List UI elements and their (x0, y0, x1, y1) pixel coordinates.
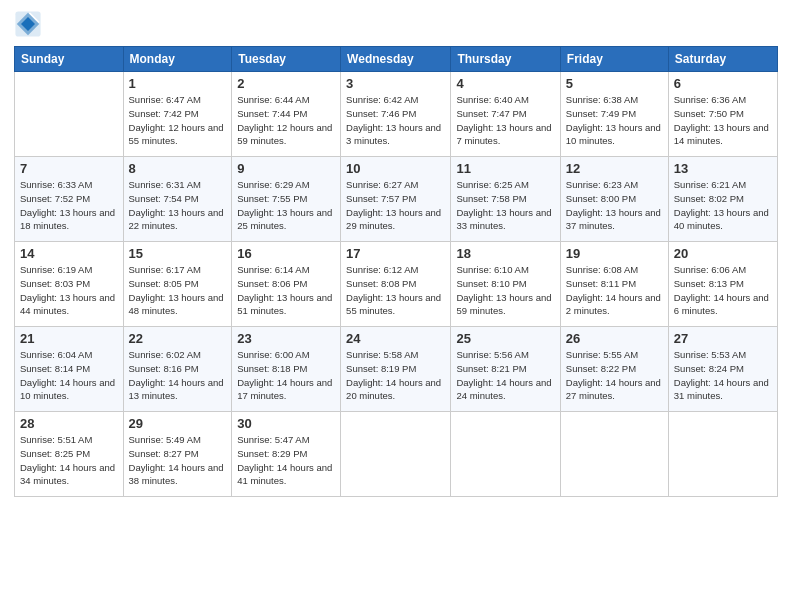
calendar-cell: 25Sunrise: 5:56 AMSunset: 8:21 PMDayligh… (451, 327, 560, 412)
day-number: 24 (346, 331, 445, 346)
day-number: 2 (237, 76, 335, 91)
day-number: 23 (237, 331, 335, 346)
day-info: Sunrise: 6:12 AMSunset: 8:08 PMDaylight:… (346, 263, 445, 318)
day-number: 25 (456, 331, 554, 346)
calendar-cell: 10Sunrise: 6:27 AMSunset: 7:57 PMDayligh… (341, 157, 451, 242)
day-info: Sunrise: 5:49 AMSunset: 8:27 PMDaylight:… (129, 433, 227, 488)
calendar-cell (668, 412, 777, 497)
calendar-cell: 4Sunrise: 6:40 AMSunset: 7:47 PMDaylight… (451, 72, 560, 157)
day-number: 22 (129, 331, 227, 346)
day-info: Sunrise: 6:21 AMSunset: 8:02 PMDaylight:… (674, 178, 772, 233)
calendar-cell: 5Sunrise: 6:38 AMSunset: 7:49 PMDaylight… (560, 72, 668, 157)
weekday-header-thursday: Thursday (451, 47, 560, 72)
day-info: Sunrise: 6:33 AMSunset: 7:52 PMDaylight:… (20, 178, 118, 233)
calendar-cell: 21Sunrise: 6:04 AMSunset: 8:14 PMDayligh… (15, 327, 124, 412)
calendar-cell: 8Sunrise: 6:31 AMSunset: 7:54 PMDaylight… (123, 157, 232, 242)
calendar-cell: 19Sunrise: 6:08 AMSunset: 8:11 PMDayligh… (560, 242, 668, 327)
day-number: 9 (237, 161, 335, 176)
day-info: Sunrise: 5:56 AMSunset: 8:21 PMDaylight:… (456, 348, 554, 403)
day-info: Sunrise: 5:53 AMSunset: 8:24 PMDaylight:… (674, 348, 772, 403)
day-number: 21 (20, 331, 118, 346)
calendar-cell: 22Sunrise: 6:02 AMSunset: 8:16 PMDayligh… (123, 327, 232, 412)
day-number: 5 (566, 76, 663, 91)
calendar-cell: 28Sunrise: 5:51 AMSunset: 8:25 PMDayligh… (15, 412, 124, 497)
day-info: Sunrise: 6:02 AMSunset: 8:16 PMDaylight:… (129, 348, 227, 403)
day-info: Sunrise: 5:47 AMSunset: 8:29 PMDaylight:… (237, 433, 335, 488)
day-info: Sunrise: 6:00 AMSunset: 8:18 PMDaylight:… (237, 348, 335, 403)
calendar-cell: 16Sunrise: 6:14 AMSunset: 8:06 PMDayligh… (232, 242, 341, 327)
day-info: Sunrise: 6:06 AMSunset: 8:13 PMDaylight:… (674, 263, 772, 318)
day-number: 6 (674, 76, 772, 91)
day-info: Sunrise: 5:51 AMSunset: 8:25 PMDaylight:… (20, 433, 118, 488)
day-info: Sunrise: 5:55 AMSunset: 8:22 PMDaylight:… (566, 348, 663, 403)
calendar-cell (15, 72, 124, 157)
day-info: Sunrise: 6:31 AMSunset: 7:54 PMDaylight:… (129, 178, 227, 233)
calendar-table: SundayMondayTuesdayWednesdayThursdayFrid… (14, 46, 778, 497)
day-number: 20 (674, 246, 772, 261)
calendar-cell: 14Sunrise: 6:19 AMSunset: 8:03 PMDayligh… (15, 242, 124, 327)
calendar-cell: 3Sunrise: 6:42 AMSunset: 7:46 PMDaylight… (341, 72, 451, 157)
calendar-cell: 7Sunrise: 6:33 AMSunset: 7:52 PMDaylight… (15, 157, 124, 242)
day-number: 14 (20, 246, 118, 261)
calendar-cell (341, 412, 451, 497)
calendar-cell: 9Sunrise: 6:29 AMSunset: 7:55 PMDaylight… (232, 157, 341, 242)
day-number: 7 (20, 161, 118, 176)
calendar-cell: 30Sunrise: 5:47 AMSunset: 8:29 PMDayligh… (232, 412, 341, 497)
calendar-cell: 26Sunrise: 5:55 AMSunset: 8:22 PMDayligh… (560, 327, 668, 412)
calendar-week-row: 7Sunrise: 6:33 AMSunset: 7:52 PMDaylight… (15, 157, 778, 242)
calendar-cell: 6Sunrise: 6:36 AMSunset: 7:50 PMDaylight… (668, 72, 777, 157)
day-info: Sunrise: 6:04 AMSunset: 8:14 PMDaylight:… (20, 348, 118, 403)
day-info: Sunrise: 6:47 AMSunset: 7:42 PMDaylight:… (129, 93, 227, 148)
day-info: Sunrise: 5:58 AMSunset: 8:19 PMDaylight:… (346, 348, 445, 403)
day-info: Sunrise: 6:36 AMSunset: 7:50 PMDaylight:… (674, 93, 772, 148)
day-number: 18 (456, 246, 554, 261)
weekday-header-wednesday: Wednesday (341, 47, 451, 72)
day-info: Sunrise: 6:23 AMSunset: 8:00 PMDaylight:… (566, 178, 663, 233)
day-number: 16 (237, 246, 335, 261)
day-info: Sunrise: 6:42 AMSunset: 7:46 PMDaylight:… (346, 93, 445, 148)
calendar-week-row: 28Sunrise: 5:51 AMSunset: 8:25 PMDayligh… (15, 412, 778, 497)
calendar-cell: 29Sunrise: 5:49 AMSunset: 8:27 PMDayligh… (123, 412, 232, 497)
calendar-cell: 27Sunrise: 5:53 AMSunset: 8:24 PMDayligh… (668, 327, 777, 412)
calendar-cell: 24Sunrise: 5:58 AMSunset: 8:19 PMDayligh… (341, 327, 451, 412)
day-info: Sunrise: 6:19 AMSunset: 8:03 PMDaylight:… (20, 263, 118, 318)
calendar-cell: 1Sunrise: 6:47 AMSunset: 7:42 PMDaylight… (123, 72, 232, 157)
logo-icon (14, 10, 42, 38)
day-number: 26 (566, 331, 663, 346)
logo (14, 10, 46, 38)
calendar-cell: 20Sunrise: 6:06 AMSunset: 8:13 PMDayligh… (668, 242, 777, 327)
day-number: 19 (566, 246, 663, 261)
calendar-cell: 2Sunrise: 6:44 AMSunset: 7:44 PMDaylight… (232, 72, 341, 157)
weekday-header-sunday: Sunday (15, 47, 124, 72)
calendar-cell (560, 412, 668, 497)
weekday-header-tuesday: Tuesday (232, 47, 341, 72)
day-info: Sunrise: 6:29 AMSunset: 7:55 PMDaylight:… (237, 178, 335, 233)
calendar-cell: 15Sunrise: 6:17 AMSunset: 8:05 PMDayligh… (123, 242, 232, 327)
day-number: 15 (129, 246, 227, 261)
day-info: Sunrise: 6:44 AMSunset: 7:44 PMDaylight:… (237, 93, 335, 148)
day-number: 10 (346, 161, 445, 176)
day-number: 13 (674, 161, 772, 176)
day-number: 27 (674, 331, 772, 346)
calendar-cell: 17Sunrise: 6:12 AMSunset: 8:08 PMDayligh… (341, 242, 451, 327)
day-number: 8 (129, 161, 227, 176)
calendar-cell: 18Sunrise: 6:10 AMSunset: 8:10 PMDayligh… (451, 242, 560, 327)
calendar-cell: 23Sunrise: 6:00 AMSunset: 8:18 PMDayligh… (232, 327, 341, 412)
calendar-page: SundayMondayTuesdayWednesdayThursdayFrid… (0, 0, 792, 612)
day-number: 30 (237, 416, 335, 431)
day-number: 4 (456, 76, 554, 91)
day-number: 17 (346, 246, 445, 261)
weekday-header-row: SundayMondayTuesdayWednesdayThursdayFrid… (15, 47, 778, 72)
day-number: 1 (129, 76, 227, 91)
calendar-week-row: 14Sunrise: 6:19 AMSunset: 8:03 PMDayligh… (15, 242, 778, 327)
calendar-week-row: 21Sunrise: 6:04 AMSunset: 8:14 PMDayligh… (15, 327, 778, 412)
day-info: Sunrise: 6:14 AMSunset: 8:06 PMDaylight:… (237, 263, 335, 318)
day-info: Sunrise: 6:25 AMSunset: 7:58 PMDaylight:… (456, 178, 554, 233)
day-number: 3 (346, 76, 445, 91)
calendar-cell (451, 412, 560, 497)
day-info: Sunrise: 6:17 AMSunset: 8:05 PMDaylight:… (129, 263, 227, 318)
page-header (14, 10, 778, 38)
day-number: 29 (129, 416, 227, 431)
day-number: 28 (20, 416, 118, 431)
calendar-cell: 13Sunrise: 6:21 AMSunset: 8:02 PMDayligh… (668, 157, 777, 242)
